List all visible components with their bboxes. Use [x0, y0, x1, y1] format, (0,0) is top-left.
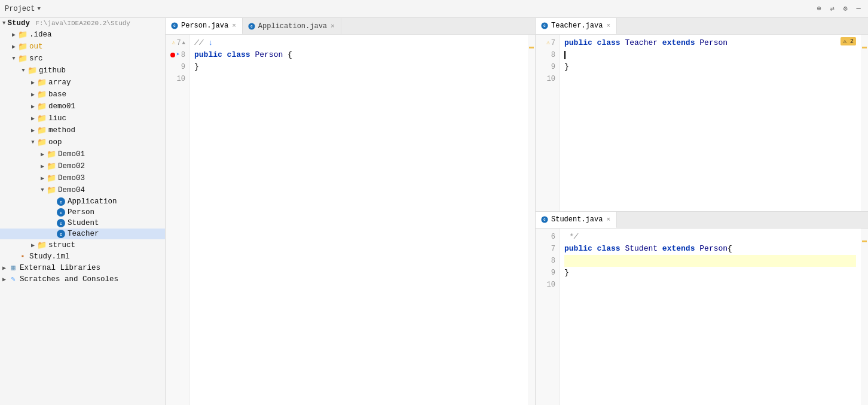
code-content-right-top[interactable]: public class Teacher extends Person } [560, 35, 861, 211]
tab-close-student[interactable]: × [605, 215, 612, 224]
sidebar-item-label: method [48, 126, 75, 135]
tab-close-application[interactable]: × [329, 22, 336, 31]
tab-label: Person.java [181, 22, 228, 30]
sidebar-item-src[interactable]: ▼ 📁 src [0, 53, 165, 65]
tab-close-teacher[interactable]: × [605, 22, 612, 30]
folder-icon: 📁 [47, 150, 56, 159]
tab-bar-right-bottom: c Student.java × [536, 212, 868, 229]
layout-icon[interactable]: ⇄ [827, 4, 837, 14]
folder-icon: 📁 [37, 102, 47, 111]
code-editor-right-top[interactable]: ⚠ 7 8 9 10 public class Teacher extends … [536, 35, 868, 211]
line-num-10: 10 [537, 279, 555, 291]
toolbar-icons: ⊕ ⇄ ⚙ — [814, 4, 863, 14]
code-content-left[interactable]: // ↓ public class Person { } [190, 35, 528, 405]
sidebar-item-github[interactable]: ▼ 📁 github [0, 65, 165, 77]
line-num-7: ⚠ 7 [537, 37, 555, 49]
tab-person-java[interactable]: c Person.java × [166, 18, 243, 35]
sidebar-item-label: oop [48, 138, 62, 147]
tab-label: Application.java [258, 22, 327, 31]
sidebar-item-liuc[interactable]: ▶ 📁 liuc [0, 112, 165, 124]
line-num-9: 9 [167, 61, 185, 73]
editor-area: c Person.java × c Application.java × ⚠ 7… [166, 18, 868, 405]
java-class-icon: c [56, 208, 66, 217]
study-path: F:\java\IDEA2020.2\Study [32, 20, 130, 27]
sidebar-item-method[interactable]: ▶ 📁 method [0, 124, 165, 136]
scratch-icon: ✎ [8, 275, 18, 284]
sidebar-item-out[interactable]: ▶ 📁 out [0, 41, 165, 53]
folder-icon: 📁 [47, 162, 56, 171]
folder-icon: 📁 [47, 173, 56, 183]
sidebar-item-demo01[interactable]: ▶ 📁 demo01 [0, 101, 165, 112]
gutter-warning-marker [862, 47, 867, 48]
code-editor-left[interactable]: ⚠ 7 ▲ ➤ 8 9 10 // ↓ public class Person … [166, 35, 535, 405]
arrow-right-icon: ▶ [29, 79, 37, 86]
sidebar-item-label: Study.iml [29, 252, 70, 261]
editor-panel-left: c Person.java × c Application.java × ⚠ 7… [166, 18, 536, 405]
sidebar-item-Demo01[interactable]: ▶ 📁 Demo01 [0, 148, 165, 160]
compass-icon[interactable]: ⊕ [814, 4, 824, 14]
arrow-right-icon: ▶ [29, 127, 37, 134]
tab-student-java[interactable]: c Student.java × [536, 212, 617, 229]
line-num-10: 10 [537, 73, 555, 85]
folder-icon: 📁 [47, 185, 56, 195]
scroll-gutter-right-bottom [861, 229, 868, 405]
line-num-7: ⚠ 7 ▲ [167, 37, 185, 49]
sidebar-item-Teacher[interactable]: c Teacher [0, 229, 165, 239]
sidebar-item-label: demo01 [48, 102, 75, 111]
editor-panel-right-top: c Teacher.java × ⚠ 7 8 9 10 [536, 18, 868, 212]
editor-panel-right-bottom: c Student.java × 6 7 8 9 10 */ [536, 212, 868, 405]
tab-close-person[interactable]: × [231, 22, 237, 30]
iml-icon: ▪ [18, 252, 27, 261]
project-header[interactable]: Project ▼ [5, 5, 41, 13]
sidebar-item-label: Demo03 [58, 174, 85, 182]
sidebar-item-label: Demo02 [58, 162, 85, 170]
folder-icon: 📁 [37, 78, 47, 87]
tab-teacher-java[interactable]: c Teacher.java × [536, 18, 617, 35]
sidebar-item-label: Demo01 [58, 150, 85, 159]
sidebar-item-Student[interactable]: c Student [0, 218, 165, 229]
sidebar-item-Demo03[interactable]: ▶ 📁 Demo03 [0, 172, 165, 184]
tab-application-java[interactable]: c Application.java × [243, 18, 341, 35]
sidebar-item-extlibs[interactable]: ▶ ▦ External Libraries [0, 262, 165, 273]
sidebar-item-struct[interactable]: ▶ 📁 struct [0, 239, 165, 251]
gear-icon[interactable]: ⚙ [841, 4, 850, 14]
line-numbers-right-top: ⚠ 7 8 9 10 [536, 35, 560, 211]
code-line-10 [194, 73, 523, 85]
folder-icon: 📁 [18, 42, 27, 51]
arrow-right-icon: ▶ [29, 242, 37, 249]
sidebar-item-studyiml[interactable]: ▪ Study.iml [0, 251, 165, 262]
folder-icon: 📁 [37, 138, 47, 147]
arrow-right-icon: ▶ [0, 264, 8, 272]
project-root[interactable]: ▼ Study F:\java\IDEA2020.2\Study [0, 18, 165, 29]
sidebar-item-label: struct [48, 241, 75, 249]
scroll-gutter-left [528, 35, 535, 405]
line-num-6: 6 [537, 231, 555, 243]
sidebar-item-oop[interactable]: ▼ 📁 oop [0, 136, 165, 148]
java-tab-icon: c [170, 21, 179, 30]
code-editor-right-bottom[interactable]: 6 7 8 9 10 */ public class Student exten… [536, 229, 868, 405]
tab-label: Student.java [551, 215, 603, 224]
folder-icon: 📁 [18, 30, 27, 39]
java-tab-icon: c [540, 21, 549, 30]
sidebar-item-scratches[interactable]: ▶ ✎ Scratches and Consoles [0, 273, 165, 285]
sidebar-item-Demo02[interactable]: ▶ 📁 Demo02 [0, 160, 165, 172]
folder-icon: 📁 [18, 54, 27, 63]
arrow-right-icon: ▶ [29, 103, 37, 110]
gutter-warning-marker [862, 240, 867, 242]
sidebar-item-array[interactable]: ▶ 📁 array [0, 77, 165, 89]
sidebar-item-base[interactable]: ▶ 📁 base [0, 89, 165, 101]
minimize-icon[interactable]: — [854, 4, 863, 14]
java-class-icon: c [56, 219, 66, 227]
java-tab-icon: c [247, 22, 256, 31]
java-tab-icon: c [540, 215, 549, 224]
sidebar-item-idea[interactable]: ▶ 📁 .idea [0, 29, 165, 41]
editor-panel-right: c Teacher.java × ⚠ 7 8 9 10 [536, 18, 868, 405]
study-label: Study [7, 19, 30, 28]
sidebar-item-Person[interactable]: c Person [0, 207, 165, 218]
arrow-down-icon: ▼ [19, 68, 27, 74]
sidebar-item-label: External Libraries [20, 264, 100, 272]
sidebar-item-Application[interactable]: c Application [0, 196, 165, 207]
code-content-right-bottom[interactable]: */ public class Student extends Person{ … [560, 229, 861, 405]
sidebar-item-Demo04[interactable]: ▼ 📁 Demo04 [0, 184, 165, 196]
arrow-right-icon: ▶ [29, 91, 37, 98]
